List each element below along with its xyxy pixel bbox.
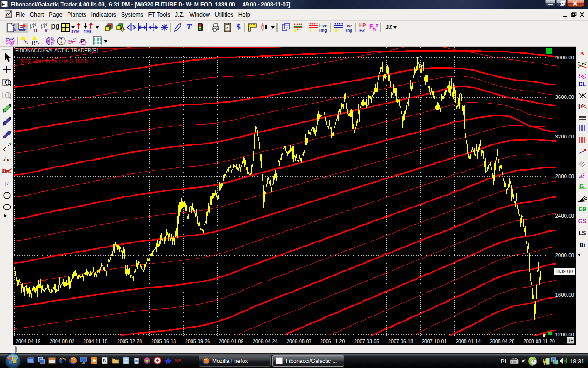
svg-text:TIME: TIME: [84, 29, 91, 33]
svg-text:SYM: SYM: [71, 29, 79, 33]
svg-text:2005-02-28: 2005-02-28: [117, 339, 142, 344]
svg-text:2800.00: 2800.00: [555, 173, 574, 179]
svg-text:2008-08-11: 2008-08-11: [523, 339, 548, 344]
svg-text:1200.00: 1200.00: [555, 332, 574, 337]
svg-text:Live: Live: [319, 23, 327, 28]
svg-text:2004-11-15: 2004-11-15: [83, 339, 108, 344]
svg-text:2004-04-19: 2004-04-19: [16, 339, 40, 344]
svg-text:2006-08-07: 2006-08-07: [287, 339, 311, 344]
svg-text:Z: Z: [226, 26, 229, 30]
svg-text:2005-09-26: 2005-09-26: [185, 339, 210, 344]
svg-text:2006-04-24: 2006-04-24: [253, 339, 277, 344]
svg-text:v: v: [45, 26, 48, 33]
svg-text:B: B: [103, 358, 106, 363]
svg-text:4000.00: 4000.00: [555, 55, 574, 60]
svg-text:Live: Live: [345, 23, 352, 28]
svg-text:2004-08-02: 2004-08-02: [50, 339, 74, 344]
svg-text:2000.00: 2000.00: [555, 253, 574, 258]
svg-text:2006-11-20: 2006-11-20: [320, 339, 345, 344]
svg-text:2008-04-28: 2008-04-28: [490, 339, 514, 344]
svg-text:20: 20: [549, 339, 555, 344]
svg-text:1839.00: 1839.00: [554, 269, 573, 274]
svg-text:e: e: [59, 356, 62, 364]
svg-text:1600.00: 1600.00: [555, 292, 574, 298]
svg-text:W: W: [13, 29, 16, 32]
svg-text:I: I: [578, 103, 580, 110]
svg-text:2400.00: 2400.00: [555, 213, 574, 218]
svg-text:2007-03-05: 2007-03-05: [354, 339, 379, 344]
svg-text:2008-01-14: 2008-01-14: [456, 339, 481, 344]
svg-text:NS: NS: [175, 358, 181, 363]
svg-text:Rng: Rng: [319, 28, 327, 33]
svg-text:Z: Z: [376, 23, 379, 28]
svg-text:n: n: [34, 26, 37, 33]
svg-text:2007-10-01: 2007-10-01: [422, 339, 447, 344]
svg-text:2007-06-18: 2007-06-18: [388, 339, 413, 344]
svg-text:2005-06-13: 2005-06-13: [151, 339, 176, 344]
svg-text:FIBONACCI/GALACTIC TRADER(R): FIBONACCI/GALACTIC TRADER(R): [15, 47, 98, 53]
svg-text:Rng: Rng: [345, 28, 352, 33]
svg-text:[005] Mars Price Line G-180 N: [005] Mars Price Line G-180 N -1: [20, 58, 94, 64]
svg-text:3200.00: 3200.00: [555, 134, 574, 139]
svg-text:2006-01-09: 2006-01-09: [219, 339, 243, 344]
svg-text:3600.00: 3600.00: [555, 94, 574, 100]
svg-text:FZ: FZ: [359, 28, 365, 33]
